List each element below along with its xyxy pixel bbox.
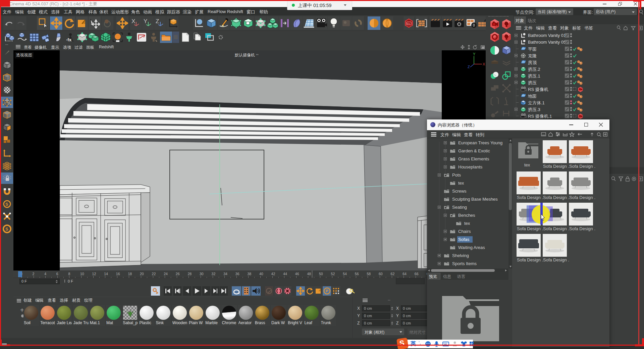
svg-text:Y: Y	[473, 52, 476, 56]
svg-text:X: X	[483, 62, 485, 66]
svg-text:S: S	[5, 227, 8, 232]
svg-text:RV: RV	[407, 22, 410, 25]
svg-text:·fx: ·fx	[66, 37, 72, 42]
svg-text:0: 0	[473, 23, 475, 27]
svg-text:Y: Y	[144, 18, 147, 24]
svg-text:X: X	[131, 18, 135, 24]
svg-text:P: P	[326, 289, 328, 293]
svg-text:Z: Z	[156, 18, 159, 24]
svg-text:S: S	[5, 202, 8, 207]
svg-text:Z: Z	[468, 65, 470, 69]
